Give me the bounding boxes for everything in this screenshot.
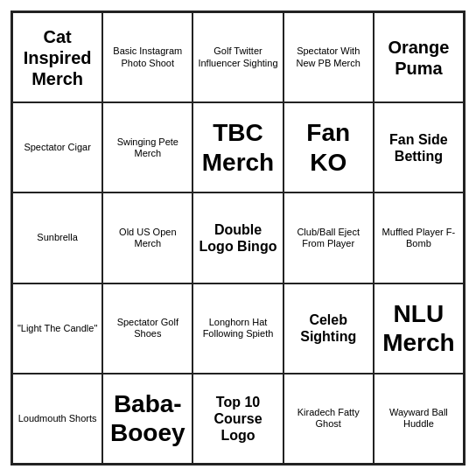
bingo-cell-r1c4: Fan Side Betting [374, 102, 464, 192]
bingo-cell-r2c3: Club/Ball Eject From Player [284, 192, 374, 283]
bingo-cell-r3c0: "Light The Candle" [12, 284, 102, 374]
bingo-cell-r2c4: Muffled Player F-Bomb [374, 192, 464, 283]
bingo-cell-r0c1: Basic Instagram Photo Shoot [102, 12, 192, 102]
bingo-cell-r4c4: Wayward Ball Huddle [374, 374, 464, 464]
bingo-cell-r1c3: Fan KO [284, 102, 374, 192]
bingo-card: Cat Inspired MerchBasic Instagram Photo … [10, 10, 466, 466]
bingo-cell-r4c0: Loudmouth Shorts [12, 374, 102, 464]
bingo-cell-r2c2: Double Logo Bingo [192, 192, 283, 283]
bingo-cell-r1c0: Spectator Cigar [12, 102, 102, 192]
bingo-cell-r3c1: Spectator Golf Shoes [102, 284, 192, 374]
bingo-cell-r0c3: Spectator With New PB Merch [284, 12, 374, 102]
bingo-cell-r3c3: Celeb Sighting [284, 284, 374, 374]
bingo-cell-r4c3: Kiradech Fatty Ghost [284, 374, 374, 464]
bingo-cell-r1c2: TBC Merch [192, 102, 283, 192]
bingo-cell-r1c1: Swinging Pete Merch [102, 102, 192, 192]
bingo-cell-r0c4: Orange Puma [374, 12, 464, 102]
bingo-cell-r2c0: Sunbrella [12, 192, 102, 283]
bingo-cell-r4c1: Baba-Booey [102, 374, 192, 464]
bingo-cell-r3c2: Longhorn Hat Following Spieth [192, 284, 283, 374]
bingo-cell-r4c2: Top 10 Course Logo [192, 374, 283, 464]
bingo-cell-r3c4: NLU Merch [374, 284, 464, 374]
bingo-cell-r0c2: Golf Twitter Influencer Sighting [192, 12, 283, 102]
bingo-cell-r0c0: Cat Inspired Merch [12, 12, 102, 102]
bingo-cell-r2c1: Old US Open Merch [102, 192, 192, 283]
